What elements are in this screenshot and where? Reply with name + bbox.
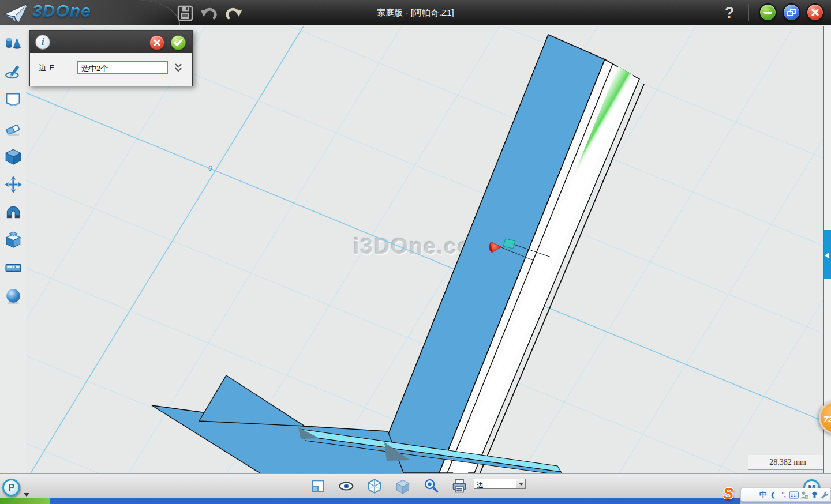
sketch-plane-button[interactable] [3,89,23,110]
combine-button[interactable] [3,230,23,250]
confirm-button[interactable] [171,35,186,50]
solid-cube-icon [395,478,411,494]
app-logo: 3DOne [32,1,91,21]
zoom-button[interactable] [423,478,439,494]
chevron-left-icon [825,252,829,259]
shirt-icon [810,491,819,499]
ime-logo[interactable]: S [723,485,733,503]
shaded-view-button[interactable] [395,478,411,494]
plane-toggle-icon [310,479,325,494]
printer-icon [451,478,467,494]
primitives-button[interactable] [3,33,23,54]
dialog-header: i [30,31,192,53]
grid-line [0,26,205,473]
redo-icon [225,5,242,21]
cancel-button[interactable] [149,35,164,50]
user-icon [800,491,808,499]
dropdown-button[interactable] [516,479,525,488]
restore-button[interactable] [783,3,800,21]
panel-expand-handle[interactable] [824,230,831,279]
help-button[interactable]: ? [720,2,739,23]
ime-settings-button[interactable] [819,489,829,501]
undo-button[interactable] [200,5,218,22]
redo-button[interactable] [225,5,242,22]
grid-line [619,26,831,473]
ime-fullwidth-toggle[interactable] [769,489,778,501]
expand-chevron-button[interactable] [172,61,185,74]
ime-keyboard-button[interactable] [789,489,799,501]
ime-toolbar: 中 °, [740,488,831,502]
ruler-box-icon [4,258,23,277]
sphere-icon [4,287,23,306]
show-plane-button[interactable] [310,478,326,494]
minimize-button[interactable] [759,3,777,21]
keyboard-icon [789,491,799,499]
combine-boxes-icon [4,231,23,249]
left-toolbar [0,26,26,473]
filter-dropdown[interactable]: 边 [474,479,526,489]
title-bar: 3DOne 家庭版 - [阿帕奇.Z1] ? [0,0,831,25]
wireframe-cube-icon [366,478,383,494]
eye-icon [338,479,354,494]
plugin-dropdown-arrow[interactable] [24,493,29,497]
move-button[interactable] [3,174,23,195]
primitives-icon [4,35,23,53]
measurement-readout: 28.382 mm [748,455,823,470]
3done-app-window: i3DOne.com 0 28.382 mm 3DOne [0,0,831,504]
close-button[interactable] [806,3,824,21]
ime-skin-button[interactable] [810,489,819,501]
sketch-edit-button[interactable] [3,118,23,139]
os-strip-green [0,498,50,504]
edge-selection-input[interactable]: 选中2个 [77,61,168,74]
ime-punctuation-toggle[interactable]: °, [778,489,788,501]
chevron-down-icon [519,483,523,486]
ime-lang-toggle[interactable]: 中 [758,489,768,501]
feature-modeling-button[interactable] [3,146,23,167]
double-chevron-down-icon [174,63,182,73]
bottom-bar [0,473,831,498]
snap-button[interactable] [3,202,23,223]
material-render-button[interactable] [3,286,23,307]
cancel-x-icon [153,39,161,47]
cube-icon [4,148,23,166]
sketch-plane-icon [4,91,23,109]
print-button[interactable] [451,478,467,494]
magnet-icon [4,203,23,221]
filter-dropdown-value: 边 [477,480,484,490]
eraser-icon [4,119,23,138]
close-icon [811,8,819,17]
minimize-icon [763,12,772,14]
move-arrows-icon [4,175,23,194]
grid-origin-label: 0 [208,164,212,172]
os-taskbar-strip [0,498,831,504]
visibility-button[interactable] [338,478,354,494]
save-button[interactable] [177,5,194,22]
sketch-pencil-icon [4,62,23,81]
dialog-body: 边 E 选中2个 [30,53,192,86]
edge-field-label: 边 E [39,63,55,73]
sketch-button[interactable] [3,61,23,82]
info-icon: i [35,35,50,50]
save-icon [177,5,193,21]
tail-fin [199,375,305,426]
restore-icon [787,9,796,16]
plugin-badge[interactable]: P [2,479,20,497]
ime-handwriting-button[interactable] [799,489,809,501]
wireframe-view-button[interactable] [366,478,383,494]
grid-line [717,26,831,473]
moon-icon [769,491,778,499]
measure-button[interactable] [3,257,23,278]
titlebar-separator [748,4,748,21]
confirm-check-icon [174,39,183,47]
magnifier-icon [423,478,439,494]
undo-icon [200,5,218,21]
wrench-icon [820,491,829,499]
edge-selection-dialog: i 边 E 选中2个 [29,30,193,86]
paper-plane-logo-icon [2,2,30,25]
